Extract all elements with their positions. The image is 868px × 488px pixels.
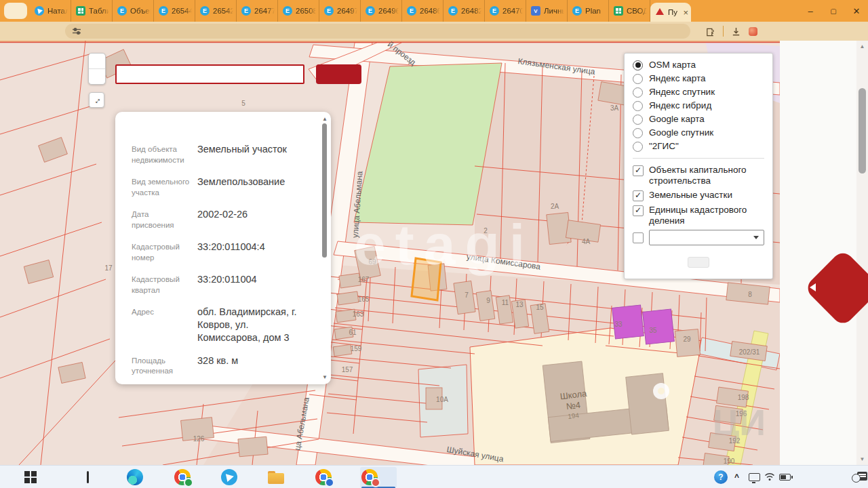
browser-tab[interactable]: Е26482 [443,0,485,22]
radio-icon[interactable] [633,87,643,98]
file-explorer-icon[interactable] [268,471,284,484]
parcel-number-label: 33 [614,321,623,328]
overlay-option[interactable]: ✓Объекты капитального строительства [633,165,764,186]
parcel-number-label: 163 [353,310,364,318]
maximize-button[interactable]: ▢ [822,7,845,15]
support-tray-icon[interactable]: ? [714,470,728,484]
parcel-number-label: 126 [193,435,205,443]
browser-tab[interactable]: Е26544 [154,0,195,22]
edge-icon[interactable] [127,469,143,485]
download-icon[interactable] [731,26,741,37]
parcel-number-label: 10А [436,396,448,403]
tab-search-button[interactable] [4,3,27,19]
radio-selected-icon[interactable] [633,60,643,70]
wifi-icon[interactable] [764,472,775,484]
attribute-label: Дата присвоения [132,208,197,230]
cadastral-search-input[interactable] [115,64,304,84]
zoom-in-button[interactable] [89,54,105,68]
browser-tab[interactable]: Е26477 [237,0,278,22]
browser-tab[interactable]: ЕОбъек [113,0,154,22]
panel-scroll-down-icon[interactable]: ▼ [321,374,328,380]
minimize-button[interactable]: – [799,6,822,16]
chrome-profile2-icon[interactable] [315,469,332,485]
tab-title: 26470 [502,7,523,15]
tab-close-icon[interactable]: × [683,7,688,18]
parcel-attributes: Вид объекта недвижимостиЗемельный участо… [132,143,304,384]
scroll-down-icon[interactable]: ▼ [856,456,868,462]
chrome-active-icon[interactable] [361,469,378,485]
windows-taskbar: ? ^ [0,465,868,488]
browser-tab[interactable]: Е26486 [402,0,443,22]
base-layer-option[interactable]: Яндекс спутник [633,87,764,98]
chrome-profile1-icon[interactable] [174,469,191,485]
base-layer-option[interactable]: "2ГИС" [633,141,764,152]
checkbox-checked-icon[interactable]: ✓ [633,165,644,176]
scrollbar-thumb[interactable] [859,88,866,174]
site-settings-icon[interactable] [72,26,81,36]
parcel-number-label: 2А [551,203,559,210]
territorial-zones-checkbox[interactable] [633,232,644,243]
address-bar[interactable] [65,24,690,39]
page-scrollbar[interactable]: ▲ ▼ [856,41,868,465]
layer-label: Яндекс карта [649,73,706,84]
browser-tab[interactable]: Е26496 [361,0,402,22]
new-tab-button[interactable] [695,3,711,19]
zoom-out-button[interactable] [89,68,105,84]
close-window-button[interactable]: ✕ [845,6,868,16]
panel-scroll-up-icon[interactable]: ▲ [321,116,328,122]
browser-tab[interactable]: Е26508 [278,0,319,22]
telegram-icon[interactable] [221,469,237,485]
radio-icon[interactable] [633,101,643,111]
panel-scrollbar[interactable]: ▲ ▼ [321,115,328,382]
display-tray-icon[interactable] [749,473,760,481]
egrn-favicon: Е [200,6,210,16]
overlay-option[interactable]: ✓Земельные участки [633,190,764,201]
start-button[interactable] [23,469,39,485]
radio-icon[interactable] [633,115,643,125]
battery-icon[interactable] [779,474,791,481]
parcel-attribute-row: Дата присвоения2002-02-26 [132,208,304,230]
tab-title: 26496 [378,7,399,15]
tab-title: 26542 [213,7,233,15]
parcel-number-label: 9 [486,297,490,304]
base-layer-option[interactable]: OSM карта [633,60,764,70]
pinned-app-icon[interactable] [87,471,89,483]
layer-label: Google спутник [649,127,713,138]
overlay-option[interactable]: ✓Единицы кадастрового деления [633,205,764,226]
territorial-zones-select[interactable] [649,230,764,245]
browser-tab[interactable]: Натал [30,0,71,22]
radio-icon[interactable] [633,142,643,152]
radio-icon[interactable] [633,74,643,84]
share-link-button[interactable] [688,257,709,268]
browser-tab[interactable]: Е26542 [195,0,237,22]
attribute-label: Адрес [132,306,197,344]
extensions-icon[interactable] [705,26,715,37]
parcel-number-label: 8 [748,291,752,298]
base-layer-option[interactable]: Google карта [633,114,764,125]
panel-scrollbar-thumb[interactable] [322,123,327,258]
browser-tab[interactable]: ЕPlan [568,0,609,22]
extension-action-icon[interactable] [749,27,757,36]
find-button[interactable] [316,64,361,84]
search-bar [115,64,361,84]
scroll-up-icon[interactable]: ▲ [856,43,868,49]
base-layer-option[interactable]: Google спутник [633,127,764,138]
browser-tab[interactable]: СВОД [609,0,650,22]
radio-icon[interactable] [633,128,643,138]
base-layer-option[interactable]: Яндекс гибрид [633,100,764,111]
checkbox-checked-icon[interactable]: ✓ [633,205,644,216]
browser-tab[interactable]: Е26497 [319,0,361,22]
egrn-favicon: Е [324,6,334,16]
browser-tab[interactable]: Табли [71,0,113,22]
browser-tab[interactable]: Е26470 [485,0,526,22]
browser-tab-active[interactable]: Пу× [650,3,691,22]
desktop-screen: НаталТаблиЕОбъекЕ26544Е26542Е26477Е26508… [0,0,868,488]
tray-expand-icon[interactable]: ^ [734,466,739,488]
browser-tab[interactable]: VЛичны [526,0,568,22]
parcel-number-label: 17 [104,264,113,272]
base-layer-option[interactable]: Яндекс карта [633,73,764,84]
fullscreen-button[interactable]: ↔ [89,92,104,108]
base-layer-list: OSM картаЯндекс картаЯндекс спутникЯндек… [633,60,764,152]
notification-center-icon[interactable] [857,472,867,481]
checkbox-checked-icon[interactable]: ✓ [633,190,644,201]
